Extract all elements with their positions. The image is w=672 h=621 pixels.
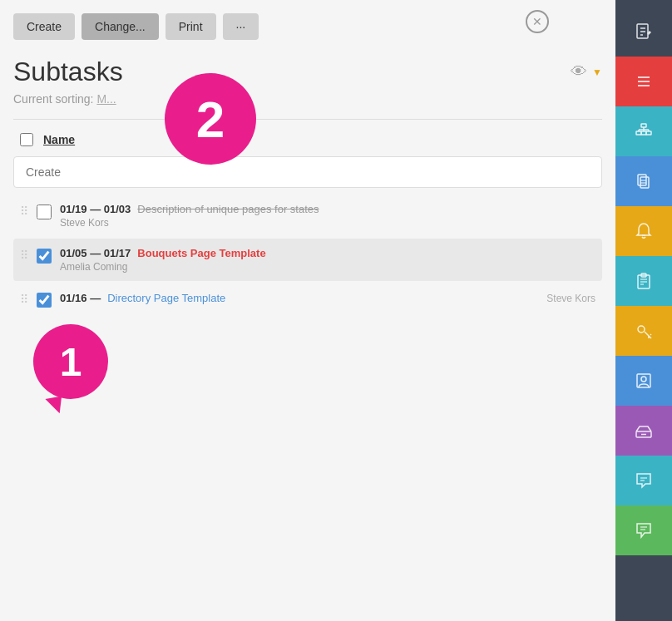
task-content-1: 01/19 — 01/03 Description of unique page… — [60, 203, 595, 229]
sidebar-item-tasks[interactable] — [615, 256, 672, 306]
bell-icon — [634, 221, 654, 241]
clipboard-icon — [634, 271, 654, 291]
toolbar: Create Change... Print ··· — [13, 13, 602, 40]
svg-line-29 — [650, 334, 651, 335]
hierarchy-icon — [634, 121, 654, 141]
divider — [13, 119, 602, 120]
task-assignee-3-right: Steve Kors — [546, 291, 595, 304]
svg-rect-7 — [641, 124, 646, 127]
view-controls: 👁 ▼ — [571, 62, 602, 81]
close-button[interactable]: ✕ — [526, 10, 549, 33]
sidebar-item-key[interactable] — [615, 306, 672, 356]
task-content-3: 01/16 — Directory Page Template Steve Ko… — [60, 291, 595, 306]
drag-handle[interactable]: ⠿ — [20, 203, 28, 218]
task-checkbox-3[interactable] — [37, 293, 52, 308]
sidebar-item-notifications[interactable] — [615, 206, 672, 256]
drag-handle[interactable]: ⠿ — [20, 247, 28, 262]
inbox-icon — [634, 421, 654, 441]
task-assignee-1: Steve Kors — [60, 217, 595, 229]
task-checkbox-1[interactable] — [37, 205, 52, 219]
name-column-header[interactable]: Name — [43, 133, 75, 146]
task-header-2: 01/05 — 01/17 Bouquets Page Template — [60, 247, 595, 259]
speech-icon — [634, 520, 654, 540]
table-row: ⠿ 01/05 — 01/17 Bouquets Page Template A… — [13, 239, 602, 281]
print-button[interactable]: Print — [166, 13, 216, 40]
task-assignee-2: Amelia Coming — [60, 261, 595, 273]
task-dates-3: 01/16 — — [60, 292, 101, 304]
svg-rect-13 — [636, 131, 641, 135]
task-checkbox-2[interactable] — [37, 249, 52, 264]
task-header-3: 01/16 — Directory Page Template Steve Ko… — [60, 291, 595, 304]
svg-rect-15 — [646, 131, 651, 135]
sidebar-item-chat[interactable] — [615, 505, 672, 555]
more-button[interactable]: ··· — [223, 13, 259, 40]
task-title-2[interactable]: Bouquets Page Template — [137, 247, 265, 259]
svg-point-31 — [641, 377, 646, 382]
task-content-2: 01/05 — 01/17 Bouquets Page Template Ame… — [60, 247, 595, 273]
svg-point-26 — [638, 326, 645, 333]
drag-handle[interactable]: ⠿ — [20, 291, 28, 306]
page-title: Subtasks — [13, 57, 123, 87]
table-row: ⠿ 01/16 — Directory Page Template Steve … — [13, 283, 602, 316]
key-icon — [634, 321, 654, 341]
svg-line-27 — [645, 332, 651, 338]
task-title-3[interactable]: Directory Page Template — [107, 292, 225, 304]
title-area: Subtasks 👁 ▼ — [13, 57, 602, 87]
sidebar-item-edit[interactable] — [615, 7, 672, 57]
svg-rect-14 — [641, 131, 646, 135]
view-dropdown-arrow[interactable]: ▼ — [592, 67, 602, 78]
contact-icon — [634, 371, 654, 391]
sorting-label: Current sorting: M... — [13, 92, 602, 106]
pages-icon — [634, 171, 654, 191]
sidebar-item-pages[interactable] — [615, 156, 672, 206]
sidebar-item-list[interactable] — [615, 57, 672, 106]
task-title-1: Description of unique pages for states — [137, 203, 319, 215]
task-dates-1: 01/19 — 01/03 — [60, 203, 131, 215]
task-header-1: 01/19 — 01/03 Description of unique page… — [60, 203, 595, 215]
task-dates-2: 01/05 — 01/17 — [60, 247, 131, 259]
create-task-input[interactable] — [13, 156, 602, 188]
select-all-checkbox[interactable] — [20, 133, 33, 146]
sidebar-item-contacts[interactable] — [615, 356, 672, 406]
sidebar-item-messages[interactable] — [615, 456, 672, 505]
create-button[interactable]: Create — [13, 13, 75, 40]
right-sidebar — [615, 0, 672, 621]
eye-icon[interactable]: 👁 — [571, 62, 587, 81]
sidebar-item-hierarchy[interactable] — [615, 106, 672, 156]
chat-icon — [634, 471, 654, 490]
sidebar-item-inbox[interactable] — [615, 406, 672, 456]
column-header-row: Name — [13, 130, 602, 150]
change-button[interactable]: Change... — [82, 13, 159, 40]
edit-doc-icon — [634, 22, 654, 42]
table-row: ⠿ 01/19 — 01/03 Description of unique pa… — [13, 195, 602, 237]
main-content: ✕ Create Change... Print ··· Subtasks 👁 … — [0, 0, 615, 621]
list-icon — [634, 71, 654, 91]
